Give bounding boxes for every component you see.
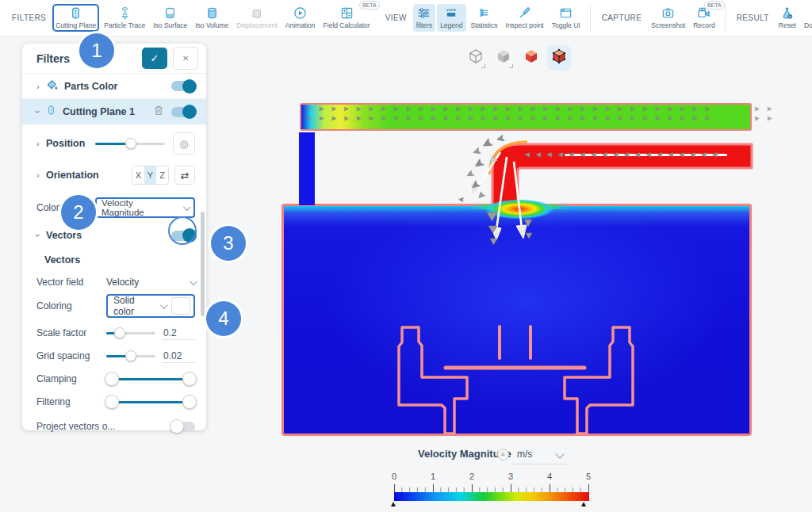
annotation-ring <box>168 216 197 245</box>
filtering-range-slider[interactable] <box>106 396 195 407</box>
vector-coloring-dropdown[interactable]: Solid color <box>106 294 195 318</box>
trash-icon[interactable] <box>154 105 163 119</box>
chevron-down-icon <box>183 203 191 211</box>
toolbar-toggle-ui-button[interactable]: Toggle UI <box>549 4 584 32</box>
toolbar-iso-surface-button[interactable]: Iso Surface <box>150 4 190 32</box>
top-toolbar: FILTERS Cutting Plane Particle Trace Iso… <box>0 0 812 36</box>
grid-spacing-value[interactable]: 0.02 <box>162 350 195 363</box>
legend-tick-label: 3 <box>508 472 513 481</box>
legend-min-handle[interactable]: ▲ <box>389 499 397 508</box>
toolbar-legend-toggle-button[interactable]: Legend <box>437 4 465 32</box>
statistics-icon <box>477 6 491 20</box>
toolbar-screenshot-button[interactable]: Screenshot <box>648 4 688 32</box>
toolbar-download-button[interactable]: Download <box>801 4 812 32</box>
legend-tick-label: 1 <box>431 472 435 481</box>
beta-badge: BETA <box>704 1 725 10</box>
vector-field-label: Vector field <box>36 277 106 288</box>
toolbar-animation-button[interactable]: Animation <box>282 4 319 32</box>
top-channel <box>300 103 752 131</box>
grid-spacing-slider[interactable] <box>106 350 155 361</box>
toolbar-button-label: Field Calculator <box>324 21 370 29</box>
view-section-label: VIEW <box>385 13 407 22</box>
colored-wireframe-cube-icon <box>551 48 567 67</box>
solid-color-swatch[interactable] <box>171 297 190 315</box>
toolbar-inspect-point-button[interactable]: Inspect point <box>503 4 547 32</box>
toolbar-button-label: Cutting Plane <box>56 21 96 29</box>
orientation-label: Orientation <box>46 170 99 181</box>
apply-button[interactable]: ✓ <box>142 48 167 69</box>
vector-coloring-row: Coloring Solid color <box>22 292 206 320</box>
toolbar-particle-trace-button[interactable]: Particle Trace <box>101 4 148 32</box>
render-mode-solid-button[interactable] <box>492 45 515 71</box>
parts-color-icon <box>46 78 58 94</box>
toolbar-record-button[interactable]: BETA Record <box>690 4 718 32</box>
filters-icon <box>417 6 431 20</box>
annotation-step-1: 1 <box>79 33 114 68</box>
toolbar-button-label: Download <box>804 21 812 29</box>
toolbar-filters-toggle-button[interactable]: filters <box>413 4 435 32</box>
toolbar-field-calculator-button[interactable]: BETA Field Calculator <box>320 4 373 32</box>
render-mode-colored-wireframe-button[interactable] <box>547 45 571 71</box>
coloring-value: Velocity Magnitude <box>102 198 177 217</box>
filter-row-cutting-plane[interactable]: › Cutting Plane 1 <box>22 99 206 124</box>
reset-icon <box>780 6 794 20</box>
colored-cube-icon <box>523 48 539 67</box>
filter-label: Cutting Plane 1 <box>63 106 135 117</box>
dropdown-corner-mark <box>481 64 485 68</box>
parts-color-toggle[interactable] <box>171 81 195 91</box>
render-mode-toolbar <box>464 45 571 71</box>
position-label: Position <box>46 138 85 149</box>
legend-max-handle[interactable]: ▲ <box>580 499 588 508</box>
scale-factor-value[interactable]: 0.2 <box>162 327 195 340</box>
axis-z-button[interactable]: Z <box>156 166 168 184</box>
flip-orientation-button[interactable]: ⇄ <box>174 166 195 185</box>
scale-factor-slider[interactable] <box>106 327 155 338</box>
iso-surface-icon <box>163 6 177 20</box>
toolbar-iso-volume-button[interactable]: Iso Volume <box>192 4 232 32</box>
toolbar-button-label: Animation <box>285 21 316 29</box>
filter-label: Parts Color <box>64 81 117 92</box>
position-center-button[interactable]: ◎ <box>173 132 195 155</box>
vector-field-dropdown[interactable]: Velocity <box>106 277 195 288</box>
swap-arrows-icon: ⇄ <box>181 170 190 181</box>
simulation-domain <box>282 204 752 436</box>
grid-spacing-row: Grid spacing 0.02 <box>22 344 206 368</box>
toolbar-button-label: Record <box>693 21 714 29</box>
chevron-right-icon: › <box>36 170 46 180</box>
field-calculator-icon <box>340 6 354 20</box>
coloring-dropdown[interactable]: Velocity Magnitude <box>95 197 195 218</box>
close-button[interactable]: × <box>173 47 198 70</box>
chevron-down-icon: › <box>36 107 46 117</box>
annotation-step-3: 3 <box>211 226 246 261</box>
toolbar-button-label: Iso Surface <box>153 21 187 29</box>
scale-factor-label: Scale factor <box>36 327 106 338</box>
toolbar-reset-button[interactable]: Reset <box>776 4 799 32</box>
axis-selector: X Y Z <box>132 166 169 185</box>
toolbar-button-label: Iso Volume <box>195 21 228 29</box>
project-vectors-toggle[interactable] <box>171 422 195 432</box>
target-icon: ◎ <box>179 138 188 150</box>
legend-tick-label: 2 <box>469 472 474 481</box>
chevron-down-icon <box>160 301 168 309</box>
render-mode-wireframe-button[interactable] <box>464 45 488 71</box>
filter-row-parts-color[interactable]: › Parts Color <box>22 74 206 99</box>
toolbar-statistics-button[interactable]: Statistics <box>468 4 501 32</box>
toggle-ui-icon <box>559 6 573 20</box>
axis-x-button[interactable]: X <box>132 166 144 184</box>
vector-field-value: Velocity <box>106 277 183 288</box>
clamping-range-slider[interactable] <box>106 373 195 384</box>
legend-options-icon[interactable]: ≡ <box>497 449 509 460</box>
chevron-down-icon <box>190 277 197 285</box>
vectors-subheading: Vectors <box>36 254 80 266</box>
legend-unit-dropdown[interactable]: m/s <box>517 449 532 460</box>
toolbar-cutting-plane-button[interactable]: Cutting Plane <box>52 4 99 32</box>
legend-tick-label: 0 <box>392 472 396 481</box>
toolbar-button-label: Inspect point <box>506 21 544 29</box>
render-mode-colored-button[interactable] <box>519 45 543 71</box>
position-slider[interactable] <box>95 138 165 149</box>
cutting-plane-toggle[interactable] <box>171 107 195 117</box>
toolbar-displacement-button[interactable]: Displacement <box>233 4 281 32</box>
axis-y-button[interactable]: Y <box>144 166 156 184</box>
close-icon: × <box>182 52 189 64</box>
animation-icon <box>293 6 307 20</box>
